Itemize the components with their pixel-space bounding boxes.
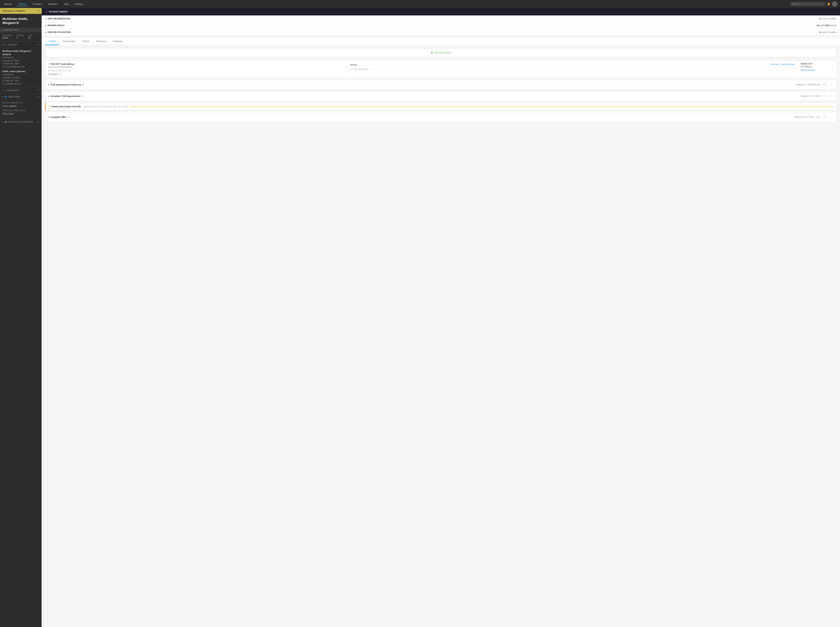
- activity-row-inline: ▶ Complete HRA ✔ Assigned to: CC-Cara 📎 …: [45, 112, 836, 122]
- care-team-label: CARE TEAM: [8, 96, 20, 98]
- patient-info-section[interactable]: ♣ PATIENT INFO: [0, 28, 42, 32]
- contact-address2-2: Louisville, KY 40212: [2, 76, 39, 79]
- adt-line: [130, 106, 834, 107]
- adt-event-banner: ℹ Patient discharged from ED Added from …: [45, 102, 837, 110]
- need-row-ed-utilization[interactable]: ▶ HIGH ED UTILIZATION 6 in last 12 month…: [42, 29, 840, 36]
- nav-worklists[interactable]: Worklists: [47, 2, 59, 6]
- tab-activity[interactable]: Activity: [45, 38, 59, 45]
- doc-count-icon: 📄 1: [823, 116, 827, 118]
- patient-name: McAllister-Smith, Margaret N: [2, 17, 39, 25]
- search-input[interactable]: [790, 2, 825, 6]
- phone-icon: 📞: [5, 44, 7, 46]
- contact-email-2: E: j.smith@email.com: [2, 82, 39, 85]
- tab-clinical[interactable]: Clinical: [78, 38, 93, 45]
- doc-count-icon: 📄 1: [823, 83, 827, 86]
- ehr-icon: 🔗: [5, 121, 7, 123]
- add-note-link[interactable]: Add note: [771, 63, 779, 66]
- chevron-down-icon[interactable]: ▾: [48, 63, 49, 65]
- tab-pharmacy[interactable]: Pharmacy: [93, 38, 110, 45]
- nav-settings[interactable]: Settings: [73, 2, 84, 6]
- main-content: ⚠ PATIENT NEEDS ▶ HIGH READMISSIONS 1 in…: [42, 8, 840, 627]
- sidebar-collapse-button[interactable]: ←: [0, 125, 42, 132]
- complete-checkbox[interactable]: [59, 73, 61, 76]
- patient-needs-title: PATIENT NEEDS: [49, 10, 68, 13]
- nav-right: 🔔: [790, 2, 837, 6]
- complete-row: Complete?: [48, 73, 345, 76]
- contact-section-header[interactable]: ▾ 📞 CONTACT ✏: [0, 42, 42, 48]
- nav-providers[interactable]: Providers: [32, 2, 44, 6]
- chevron-right-icon[interactable]: ▶: [48, 95, 49, 97]
- tab-financial[interactable]: Financial: [110, 38, 126, 45]
- activity-card-tcm-cpt: ▾ TCM CPT Code Billing ℹ Assigned to: Pr…: [45, 60, 837, 78]
- activity-title-tcm-appt: ▶ TCM Appointment Follow-up ✔: [48, 83, 84, 86]
- more-options-icon[interactable]: ⋮: [829, 93, 834, 99]
- care-team-section-header[interactable]: ▾ 👤 CARE TEAM ✏: [0, 94, 42, 100]
- clock-icon: 🕐: [48, 69, 50, 72]
- activity-title-tcm-cpt: ▾ TCM CPT Code Billing ℹ: [48, 63, 345, 65]
- info-icon[interactable]: ℹ: [75, 63, 76, 65]
- worklists-edit-icon[interactable]: ✏: [37, 89, 39, 92]
- activity-row-inline: ▶ Schedule TCM Appointment ✔ Assigned to…: [45, 91, 836, 101]
- activity-date-tcm-cpt: 🕐 Feb 25, 2017 at 12 PM: [48, 69, 345, 72]
- more-options-icon[interactable]: ⋮: [831, 66, 835, 72]
- add-attachment-link[interactable]: Add attachment: [780, 63, 795, 66]
- chevron-right-icon[interactable]: ▶: [48, 84, 49, 86]
- activity-assigned-tcm-cpt: Assigned to: Practice-Billing: [48, 66, 345, 68]
- stat-gender: Gender F: [17, 35, 24, 39]
- team-member-2: Internal Attributed PCP Clark, Aaron: [2, 109, 39, 115]
- patient-needs-header: ⚠ PATIENT NEEDS: [42, 8, 840, 16]
- nav-reports[interactable]: Reports: [3, 2, 14, 6]
- patient-stats: Programs MSSP Gender F Age 67: [0, 32, 42, 41]
- activity-right-panel: Worklists CPT Billing ✕ Add to Worklist: [798, 60, 829, 78]
- care-team-content: Payer Attributed PCP Frank, Stephen Inte…: [0, 100, 42, 118]
- nav-patients[interactable]: Patients: [17, 2, 28, 6]
- doc-icon: 📄: [350, 68, 353, 70]
- chevron-down-icon: ▾: [2, 96, 4, 98]
- contact-edit-icon[interactable]: ✏: [37, 43, 39, 46]
- need-row-readmissions[interactable]: ▶ HIGH READMISSIONS 1 in last 12 months: [42, 16, 840, 22]
- add-circle-icon: ⊕: [431, 51, 433, 55]
- sidebar: CM Status: In Progress ▾ McAllister-Smit…: [0, 8, 42, 627]
- activity-card-expanded: ▾ TCM CPT Code Billing ℹ Assigned to: Pr…: [45, 60, 836, 78]
- add-new-activity-button[interactable]: ⊕ Add New Activity: [48, 51, 834, 55]
- more-options-icon[interactable]: ⋮: [829, 114, 834, 120]
- cm-status-chevron-icon: ▾: [38, 10, 39, 12]
- contact-phone-1: H: (365) 425 - 0987: [2, 62, 39, 65]
- activity-left-panel: ▾ TCM CPT Code Billing ℹ Assigned to: Pr…: [45, 60, 347, 78]
- chevron-right-icon[interactable]: ▶: [48, 116, 49, 118]
- activity-actions-tcm-cpt: ⋮: [829, 60, 836, 78]
- activity-row-right: Assigned to: CC-Cara 📄 1 ⋮: [800, 93, 834, 99]
- ehr-section-header[interactable]: ▸ 🔗 EHR OR HIE REFERENCE ✏: [0, 119, 42, 125]
- care-team-edit-icon[interactable]: ✏: [37, 95, 39, 98]
- activity-row-right: Assigned to: Practice-User 📄 1 ⋮: [796, 82, 834, 87]
- patient-needs-block: ⚠ PATIENT NEEDS ▶ HIGH READMISSIONS 1 in…: [42, 8, 840, 36]
- avatar[interactable]: [832, 2, 837, 6]
- add-to-worklist-link[interactable]: Add to Worklist: [801, 69, 826, 71]
- tab-assessment[interactable]: Assessment: [59, 38, 78, 45]
- contact-section: ▾ 📞 CONTACT ✏ McAllister-Smith, Margaret…: [0, 41, 42, 87]
- cm-status-text: CM Status: In Progress: [2, 10, 25, 12]
- notification-dot: [829, 2, 830, 4]
- contact-phone-2: H: (365) 432 - 1234: [2, 79, 39, 82]
- top-navigation: Reports Patients Providers Worklists Dat…: [0, 0, 840, 8]
- activity-card-tcm-appt: ▶ TCM Appointment Follow-up ✔ Assigned t…: [45, 80, 837, 90]
- notification-bell-icon[interactable]: 🔔: [827, 3, 830, 5]
- worklists-section-header[interactable]: ▸ ≡ WORKLISTS ✏: [0, 87, 42, 93]
- add-new-activity-box[interactable]: ⊕ Add New Activity: [45, 48, 837, 57]
- more-options-icon[interactable]: ⋮: [829, 82, 834, 87]
- activity-content: ⊕ Add New Activity ▾ TCM CPT Code Billin…: [42, 45, 840, 126]
- need-row-hba1c[interactable]: ▶ MISSING HBA1C Oct. 17, 2015 last lab: [42, 22, 840, 29]
- check-green-icon: ✔: [67, 116, 69, 118]
- chevron-right-icon: ▸: [2, 89, 4, 91]
- worklist-remove-icon[interactable]: ✕: [812, 66, 813, 68]
- chevron-right-icon: ▶: [45, 32, 46, 33]
- contact-address2-1: Louisville, KY 40212: [2, 59, 39, 62]
- assigned-label: Assigned to: CC-Cara: [794, 116, 814, 118]
- chevron-down-icon: ▾: [2, 44, 4, 46]
- worklists-label: WORKLISTS: [7, 89, 19, 91]
- notes-links: Add note Add attachment: [771, 63, 795, 66]
- ehr-edit-icon[interactable]: ✏: [37, 120, 39, 123]
- nav-data[interactable]: Data: [62, 2, 70, 6]
- check-green-icon: ✔: [82, 95, 84, 98]
- cm-status-bar[interactable]: CM Status: In Progress ▾: [0, 8, 42, 14]
